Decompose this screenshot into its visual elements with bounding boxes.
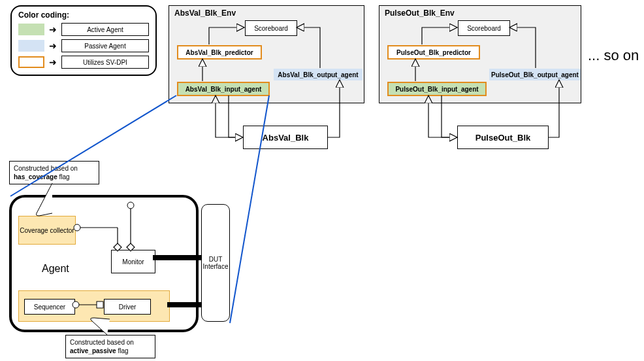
callout-active-passive: Constructed based on active_passive flag	[65, 335, 155, 358]
callout-text: Constructed based on	[14, 165, 78, 172]
monitor-box: Monitor	[111, 250, 155, 273]
pulseout-dut: PulseOut_Blk	[457, 126, 549, 149]
arrow-icon: ➜	[48, 24, 57, 35]
pulseout-scoreboard: Scoreboard	[458, 20, 510, 36]
pulseout-predictor: PulseOut_Blk_predictor	[387, 45, 480, 60]
callout-flag: has_coverage	[14, 173, 57, 180]
agent-title: Agent	[42, 263, 69, 275]
legend-row-passive: ➜ Passive Agent	[18, 39, 149, 53]
sequencer-driver-group: Sequencer Driver	[18, 290, 170, 322]
arrow-icon: ➜	[48, 57, 57, 67]
absval-output-agent: AbsVal_Blk_output_agent	[274, 69, 362, 80]
pulseout-output-agent: PulseOut_Blk_output_agent	[489, 69, 581, 80]
pulseout-input-agent: PulseOut_Blk_input_agent	[387, 82, 487, 96]
legend-row-dpi: ➜ Utilizes SV-DPI	[18, 55, 149, 69]
agent-frame: Agent Coverage collector Monitor Sequenc…	[9, 195, 199, 332]
pulseout-env-title: PulseOut_Blk_Env	[385, 9, 455, 18]
pulseout-env: PulseOut_Blk_Env Scoreboard PulseOut_Blk…	[379, 5, 581, 103]
callout-text: Constructed based on	[70, 339, 134, 346]
callout-text: flag	[116, 347, 129, 354]
callout-text: flag	[57, 173, 70, 180]
legend-label-active: Active Agent	[61, 23, 149, 36]
dut-interface: DUT Interface	[201, 204, 230, 322]
callout-has-coverage: Constructed based on has_coverage flag	[9, 161, 99, 184]
swatch-passive	[18, 40, 44, 52]
absval-scoreboard: Scoreboard	[245, 20, 297, 36]
legend-row-active: ➜ Active Agent	[18, 22, 149, 37]
absval-dut: AbsVal_Blk	[243, 126, 328, 149]
driver-box: Driver	[104, 299, 151, 315]
sequencer-box: Sequencer	[24, 299, 75, 315]
so-on-text: ... so on	[588, 47, 639, 64]
legend-panel: Color coding: ➜ Active Agent ➜ Passive A…	[10, 5, 157, 76]
swatch-active	[18, 24, 44, 35]
absval-env-title: AbsVal_Blk_Env	[174, 9, 236, 18]
legend-title: Color coding:	[18, 10, 149, 20]
swatch-dpi	[18, 56, 44, 68]
legend-label-dpi: Utilizes SV-DPI	[61, 56, 149, 69]
absval-env: AbsVal_Blk_Env Scoreboard AbsVal_Blk_pre…	[169, 5, 364, 103]
absval-input-agent: AbsVal_Blk_input_agent	[177, 82, 270, 96]
arrow-icon: ➜	[48, 41, 57, 51]
coverage-collector: Coverage collector	[18, 216, 76, 245]
callout-flag: active_passive	[70, 347, 116, 354]
legend-label-passive: Passive Agent	[61, 39, 149, 52]
absval-predictor: AbsVal_Blk_predictor	[177, 45, 262, 60]
